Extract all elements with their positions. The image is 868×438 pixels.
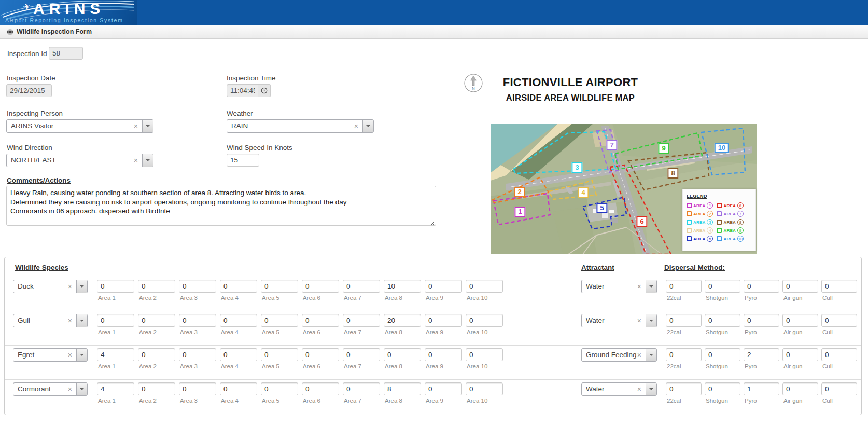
- area-count-input[interactable]: [302, 280, 339, 293]
- dispersal-count-input[interactable]: [744, 348, 779, 361]
- wind-direction-select[interactable]: NORTH/EAST ×: [6, 154, 153, 167]
- area-count-input[interactable]: [384, 280, 421, 293]
- attractant-select[interactable]: Water ×: [581, 382, 657, 396]
- area-count-input[interactable]: [138, 314, 175, 327]
- inspection-time-input[interactable]: [227, 84, 259, 97]
- dropdown-button[interactable]: [646, 349, 656, 361]
- clear-icon[interactable]: ×: [68, 383, 72, 395]
- area-count-input[interactable]: [302, 314, 339, 327]
- inspection-date-input[interactable]: [6, 84, 52, 97]
- area-count-input[interactable]: [384, 314, 421, 327]
- dropdown-button[interactable]: [76, 280, 87, 293]
- area-count-input[interactable]: [425, 314, 462, 327]
- area-count-input[interactable]: [302, 348, 339, 361]
- area-count-input[interactable]: [466, 382, 503, 395]
- dispersal-count-input[interactable]: [705, 348, 740, 361]
- attractant-select[interactable]: Water ×: [581, 280, 657, 293]
- clear-icon[interactable]: ×: [134, 120, 138, 132]
- species-select[interactable]: Cormorant ×: [13, 382, 88, 396]
- species-select[interactable]: Gull ×: [13, 314, 88, 327]
- dropdown-button[interactable]: [76, 349, 87, 361]
- clear-icon[interactable]: ×: [354, 120, 358, 132]
- area-count-input[interactable]: [302, 382, 339, 395]
- dispersal-count-input[interactable]: [821, 314, 857, 327]
- dispersal-count-input[interactable]: [666, 382, 702, 395]
- dispersal-count-input[interactable]: [821, 280, 857, 293]
- area-count-input[interactable]: [179, 280, 216, 293]
- species-select[interactable]: Egret ×: [13, 348, 88, 362]
- dispersal-count-input[interactable]: [666, 314, 702, 327]
- clear-icon[interactable]: ×: [134, 154, 138, 167]
- area-count-input[interactable]: [425, 280, 462, 293]
- clear-icon[interactable]: ×: [68, 349, 72, 361]
- dispersal-count-input[interactable]: [744, 280, 779, 293]
- dispersal-count-input[interactable]: [705, 314, 740, 327]
- attractant-select[interactable]: Ground Feeding ×: [581, 348, 657, 362]
- dispersal-count-input[interactable]: [782, 280, 818, 293]
- clear-icon[interactable]: ×: [637, 280, 641, 293]
- dropdown-button[interactable]: [76, 314, 87, 327]
- weather-select[interactable]: RAIN ×: [227, 119, 374, 133]
- area-count-input[interactable]: [97, 382, 134, 395]
- inspection-id-input[interactable]: [49, 47, 83, 60]
- clear-icon[interactable]: ×: [637, 314, 641, 327]
- comments-textarea[interactable]: Heavy Rain, causing water ponding at sou…: [6, 186, 436, 226]
- dispersal-count-input[interactable]: [705, 382, 740, 395]
- area-count-input[interactable]: [220, 382, 257, 395]
- clear-icon[interactable]: ×: [637, 349, 641, 361]
- species-select[interactable]: Duck ×: [13, 280, 88, 293]
- area-count-input[interactable]: [343, 280, 380, 293]
- clear-icon[interactable]: ×: [68, 314, 72, 327]
- dispersal-count-input[interactable]: [821, 382, 857, 395]
- clear-icon[interactable]: ×: [68, 280, 72, 293]
- area-count-input[interactable]: [179, 348, 216, 361]
- area-count-input[interactable]: [466, 280, 503, 293]
- area-count-input[interactable]: [261, 314, 298, 327]
- area-count-input[interactable]: [97, 314, 134, 327]
- dropdown-button[interactable]: [646, 280, 656, 293]
- area-count-input[interactable]: [220, 314, 257, 327]
- dispersal-count-input[interactable]: [782, 382, 818, 395]
- area-count-input[interactable]: [425, 382, 462, 395]
- area-count-input[interactable]: [97, 348, 134, 361]
- dispersal-count-input[interactable]: [821, 348, 857, 361]
- attractant-select[interactable]: Water ×: [581, 314, 657, 327]
- dispersal-count-input[interactable]: [666, 280, 702, 293]
- area-count-input[interactable]: [220, 280, 257, 293]
- area-count-input[interactable]: [179, 314, 216, 327]
- dropdown-button[interactable]: [646, 314, 656, 327]
- area-count-input[interactable]: [97, 280, 134, 293]
- area-count-input[interactable]: [261, 348, 298, 361]
- dispersal-count-input[interactable]: [705, 280, 740, 293]
- area-count-input[interactable]: [138, 348, 175, 361]
- area-count-input[interactable]: [466, 348, 503, 361]
- area-count-input[interactable]: [466, 314, 503, 327]
- area-count-input[interactable]: [343, 314, 380, 327]
- dropdown-button[interactable]: [142, 154, 153, 167]
- area-count-input[interactable]: [179, 382, 216, 395]
- area-count-input[interactable]: [138, 280, 175, 293]
- area-count-input[interactable]: [220, 348, 257, 361]
- dropdown-button[interactable]: [76, 383, 87, 395]
- dispersal-count-input[interactable]: [744, 382, 779, 395]
- area-count-input[interactable]: [261, 382, 298, 395]
- area-count-input[interactable]: [425, 348, 462, 361]
- legend-dash-icon: [687, 236, 692, 241]
- dropdown-button[interactable]: [646, 383, 656, 395]
- area-count-input[interactable]: [261, 280, 298, 293]
- dispersal-count-input[interactable]: [782, 314, 818, 327]
- dispersal-count-input[interactable]: [666, 348, 702, 361]
- dropdown-button[interactable]: [142, 120, 153, 132]
- time-picker-button[interactable]: [258, 84, 271, 97]
- dispersal-count-input[interactable]: [782, 348, 818, 361]
- dropdown-button[interactable]: [362, 120, 373, 132]
- area-count-input[interactable]: [384, 348, 421, 361]
- wind-speed-input[interactable]: [227, 154, 259, 167]
- inspecting-person-select[interactable]: ARINS Visitor ×: [6, 119, 153, 133]
- area-count-input[interactable]: [384, 382, 421, 395]
- dispersal-count-input[interactable]: [744, 314, 779, 327]
- clear-icon[interactable]: ×: [637, 383, 641, 395]
- area-count-input[interactable]: [138, 382, 175, 395]
- area-count-input[interactable]: [343, 382, 380, 395]
- area-count-input[interactable]: [343, 348, 380, 361]
